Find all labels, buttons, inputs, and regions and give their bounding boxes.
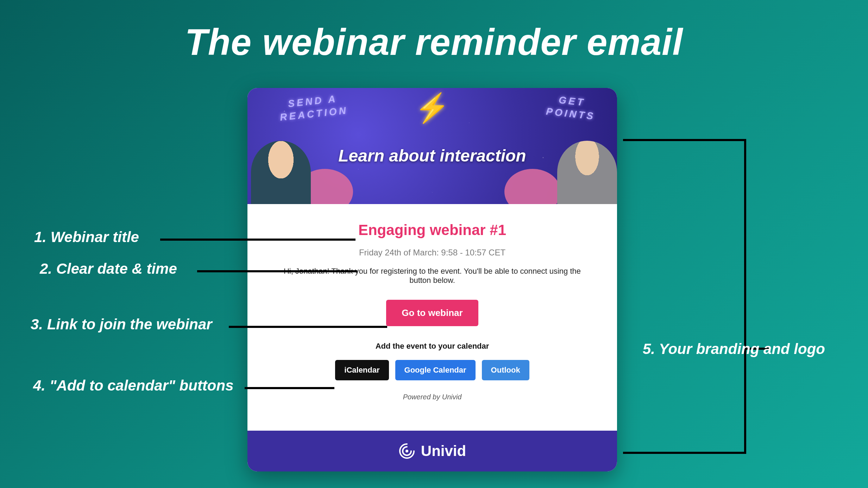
annotation-1: 1. Webinar title <box>34 229 139 246</box>
univid-logo-icon <box>398 443 415 460</box>
webinar-title: Engaging webinar #1 <box>358 222 506 239</box>
annotation-4-line <box>245 387 334 389</box>
annotation-2: 2. Clear date & time <box>40 260 177 277</box>
neon-right-line1: GET <box>558 94 586 108</box>
icalendar-button[interactable]: iCalendar <box>335 360 389 380</box>
greeting-text: Hi, Jonathan! Thank you for registering … <box>274 267 591 285</box>
header-tagline: Learn about interaction <box>247 146 617 165</box>
calendar-button-row: iCalendar Google Calendar Outlook <box>335 360 529 380</box>
annotation-4: 4. "Add to calendar" buttons <box>33 377 234 394</box>
slide: The webinar reminder email SEND A REACTI… <box>0 0 868 488</box>
annotation-3-line <box>229 326 387 328</box>
bracket-right <box>623 139 746 454</box>
email-header-banner: SEND A REACTION GET POINTS ⚡ Learn about… <box>247 88 617 204</box>
annotation-1-line <box>160 239 356 241</box>
email-footer: Univid <box>247 431 617 471</box>
google-calendar-button[interactable]: Google Calendar <box>395 360 476 380</box>
univid-logo-text: Univid <box>421 443 466 460</box>
svg-point-0 <box>405 450 408 452</box>
annotation-5: 5. Your branding and logo <box>643 341 825 357</box>
webinar-datetime: Friday 24th of March: 9:58 - 10:57 CET <box>359 248 505 258</box>
powered-by-text: Powered by Univid <box>403 393 462 401</box>
email-body: Engaging webinar #1 Friday 24th of March… <box>247 204 617 431</box>
neon-text-right: GET POINTS <box>545 93 597 123</box>
annotation-3: 3. Link to join the webinar <box>31 316 212 333</box>
email-card: SEND A REACTION GET POINTS ⚡ Learn about… <box>247 88 617 471</box>
annotation-2-line <box>197 270 357 272</box>
lightning-bolt-icon: ⚡ <box>415 91 450 125</box>
add-to-calendar-label: Add the event to your calendar <box>376 342 489 351</box>
go-to-webinar-button[interactable]: Go to webinar <box>386 300 478 326</box>
slide-title: The webinar reminder email <box>0 21 868 63</box>
outlook-button[interactable]: Outlook <box>482 360 529 380</box>
